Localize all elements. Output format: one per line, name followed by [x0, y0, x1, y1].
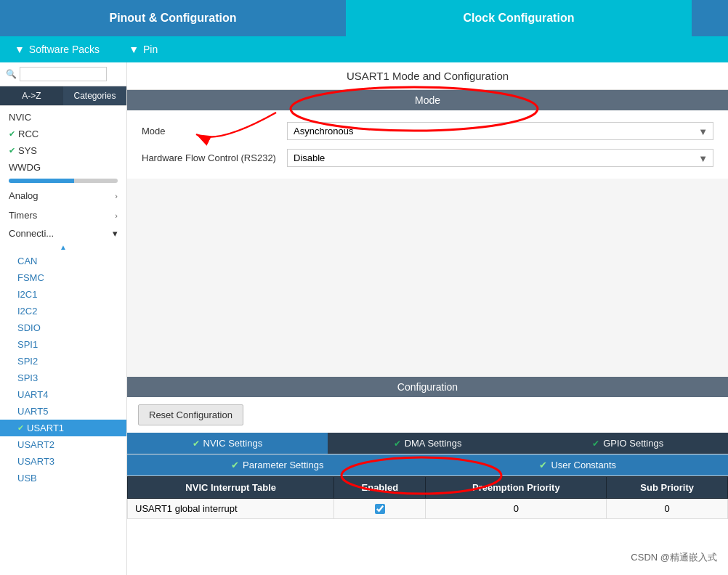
tab-dma-settings[interactable]: ✔ DMA Settings: [328, 433, 528, 454]
search-bar: 🔍: [0, 62, 126, 86]
mode-section: Mode Mode Asynchronous Synchronous Disab…: [127, 90, 728, 179]
gpio-tab-label: GPIO Settings: [603, 438, 663, 449]
tab-nvic-settings[interactable]: ✔ NVIC Settings: [127, 433, 328, 454]
sidebar-item-analog[interactable]: Analog ›: [0, 186, 126, 205]
analog-label: Analog: [9, 190, 38, 201]
sidebar-item-sdio[interactable]: SDIO: [0, 319, 126, 336]
i2c2-label: I2C2: [17, 306, 37, 317]
usart1-label: USART1: [27, 423, 64, 433]
gpio-tab-check-icon: ✔: [592, 439, 599, 449]
sidebar-item-timers[interactable]: Timers ›: [0, 205, 126, 225]
rcc-label: RCC: [18, 129, 39, 139]
content-area: USART1 Mode and Configuration Mode Mode …: [127, 62, 728, 575]
spi2-label: SPI2: [17, 356, 38, 367]
wwdg-label: WWDG: [9, 162, 41, 173]
tab-categories[interactable]: Categories: [63, 86, 126, 105]
config-tabs-row2: ✔ Parameter Settings ✔ User Constants: [127, 454, 728, 476]
header-right: [692, 0, 728, 36]
sidebar-item-fsmc[interactable]: FSMC: [0, 269, 126, 286]
table-row: USART1 global interrupt 0 0: [128, 499, 728, 519]
sidebar-item-i2c1[interactable]: I2C1: [0, 286, 126, 303]
sidebar-tabs: A->Z Categories: [0, 86, 126, 106]
hw-flow-select-wrapper: Disable CTS Only RTS Only CTS/RTS ▼: [287, 149, 713, 167]
reset-config-button[interactable]: Reset Configuration: [138, 404, 243, 425]
spacer: [127, 179, 728, 377]
i2c1-label: I2C1: [17, 289, 37, 300]
hw-flow-row: Hardware Flow Control (RS232) Disable CT…: [142, 144, 713, 171]
sys-check-icon: ✔: [9, 146, 15, 155]
search-input[interactable]: [20, 67, 107, 81]
tab-gpio-settings[interactable]: ✔ GPIO Settings: [527, 433, 728, 454]
sidebar-list: NVIC ✔ RCC ✔ SYS WWDG: [0, 106, 126, 575]
nvic-col-preemption: Preemption Priority: [426, 477, 607, 499]
title-text: USART1 Mode and Configuration: [347, 70, 509, 82]
pin-menu[interactable]: ▼ Pin: [114, 36, 172, 62]
mode-row: Mode Asynchronous Synchronous Disable ▼: [142, 118, 713, 144]
param-tab-label: Parameter Settings: [243, 460, 323, 470]
nvic-col-enabled: Enabled: [334, 477, 426, 499]
sidebar-item-spi1[interactable]: SPI1: [0, 336, 126, 353]
sidebar: 🔍 A->Z Categories NVIC ✔ RCC: [0, 62, 127, 575]
tab-user-constants[interactable]: ✔ User Constants: [428, 454, 729, 476]
config-header-text: Configuration: [397, 381, 458, 393]
sidebar-item-sys[interactable]: ✔ SYS: [0, 142, 126, 159]
config-section-header: Configuration: [127, 377, 728, 397]
sidebar-item-usart3[interactable]: USART3: [0, 453, 126, 470]
interrupt-name: USART1 global interrupt: [128, 499, 334, 519]
spi3-label: SPI3: [17, 372, 38, 383]
sidebar-item-wwdg[interactable]: WWDG: [0, 159, 126, 176]
sys-label: SYS: [18, 145, 37, 156]
config-section: Configuration Reset Configuration ✔ NVIC…: [127, 377, 728, 575]
sub-header: ▼ Software Packs ▼ Pin: [0, 36, 728, 62]
mode-header-text: Mode: [415, 94, 440, 106]
sidebar-item-can[interactable]: CAN: [0, 253, 126, 269]
user-tab-label: User Constants: [551, 460, 616, 470]
search-icon: 🔍: [6, 69, 17, 79]
sidebar-item-i2c2[interactable]: I2C2: [0, 303, 126, 319]
clock-tab[interactable]: Clock Configuration: [346, 0, 692, 36]
hw-flow-select[interactable]: Disable CTS Only RTS Only CTS/RTS: [287, 149, 713, 167]
sidebar-item-nvic[interactable]: NVIC: [0, 109, 126, 126]
user-tab-check-icon: ✔: [539, 460, 547, 470]
pinout-label: Pinout & Configuration: [109, 12, 236, 25]
tab-az-label: A->Z: [22, 91, 41, 101]
scroll-up-indicator: ▲: [0, 242, 126, 253]
tab-az[interactable]: A->Z: [0, 86, 63, 105]
analog-arrow-icon: ›: [115, 192, 118, 200]
sidebar-item-rcc[interactable]: ✔ RCC: [0, 126, 126, 142]
usb-label: USB: [17, 473, 37, 484]
hw-flow-label: Hardware Flow Control (RS232): [142, 152, 287, 163]
tab-parameter-settings[interactable]: ✔ Parameter Settings: [127, 454, 428, 476]
nvic-col-interrupt: NVIC Interrupt Table: [128, 477, 334, 499]
uart5-label: UART5: [17, 406, 48, 417]
param-tab-check-icon: ✔: [231, 460, 239, 470]
can-label: CAN: [17, 256, 37, 266]
enabled-checkbox[interactable]: [375, 504, 385, 514]
pinout-tab[interactable]: Pinout & Configuration: [0, 0, 346, 36]
rcc-check-icon: ✔: [9, 129, 15, 139]
nvic-col-sub: Sub Priority: [607, 477, 728, 499]
software-packs-label: Software Packs: [29, 44, 100, 55]
content-title: USART1 Mode and Configuration: [127, 62, 728, 90]
sdio-label: SDIO: [17, 322, 41, 333]
sub-priority-value: 0: [607, 499, 728, 519]
tab-categories-label: Categories: [73, 91, 116, 101]
dma-tab-label: DMA Settings: [405, 438, 462, 449]
config-tabs-row1: ✔ NVIC Settings ✔ DMA Settings ✔ GPIO Se…: [127, 433, 728, 454]
sidebar-item-usart2[interactable]: USART2: [0, 436, 126, 453]
usart3-label: USART3: [17, 456, 54, 467]
preemption-value: 0: [426, 499, 607, 519]
sidebar-item-spi3[interactable]: SPI3: [0, 370, 126, 386]
sidebar-item-connectivity[interactable]: Connecti... ▾: [0, 225, 126, 242]
usart1-check-icon: ✔: [17, 423, 24, 433]
dma-tab-check-icon: ✔: [394, 439, 401, 449]
sidebar-item-uart5[interactable]: UART5: [0, 403, 126, 420]
sidebar-item-spi2[interactable]: SPI2: [0, 353, 126, 370]
software-packs-menu[interactable]: ▼ Software Packs: [0, 36, 114, 62]
reset-btn-label: Reset Configuration: [149, 409, 232, 420]
mode-select-wrapper: Asynchronous Synchronous Disable ▼: [287, 122, 713, 140]
sidebar-item-usb[interactable]: USB: [0, 470, 126, 486]
sidebar-item-usart1[interactable]: ✔ USART1: [0, 420, 126, 436]
mode-select[interactable]: Asynchronous Synchronous Disable: [287, 122, 713, 140]
sidebar-item-uart4[interactable]: UART4: [0, 386, 126, 403]
